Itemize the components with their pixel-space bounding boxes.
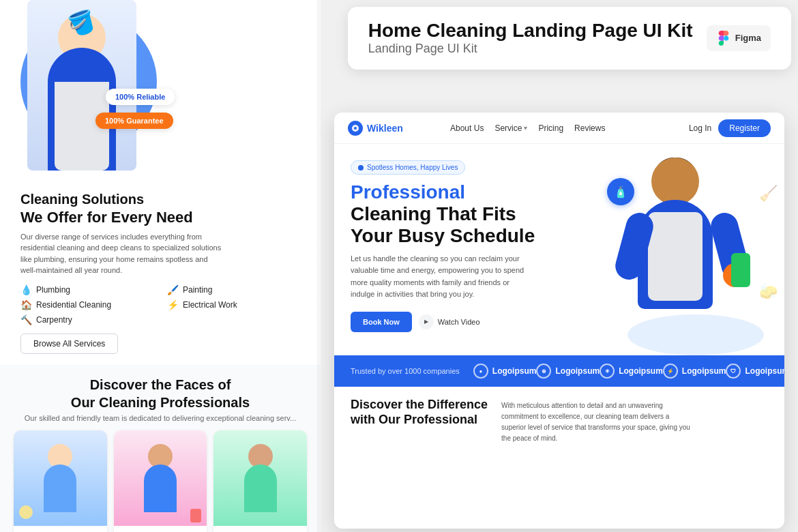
logo-item-2: ✳ Logoipsum bbox=[600, 364, 663, 379]
worker-photo-3 bbox=[213, 430, 307, 526]
logo-icon bbox=[348, 121, 363, 136]
nav-links: About Us Service ▾ Pricing Reviews bbox=[450, 123, 605, 133]
bucket-icon-2 bbox=[190, 509, 201, 522]
hero-badge: Spotless Homes, Happy Lives bbox=[351, 160, 465, 175]
services-description: Our diverse range of services includes e… bbox=[20, 231, 225, 276]
services-grid: 💧 Plumbing 🖌️ Painting 🏠 Residential Cle… bbox=[20, 284, 300, 325]
nav-actions: Log In Register bbox=[689, 119, 771, 137]
w2-body bbox=[144, 464, 177, 512]
login-button[interactable]: Log In bbox=[689, 123, 711, 133]
figma-badge[interactable]: Figma bbox=[707, 25, 771, 51]
service-carpentry: 🔨 Carpentry bbox=[20, 314, 153, 325]
logo-item-3: ⚡ Logoipsum bbox=[663, 364, 726, 379]
broom-icon: 🧹 bbox=[759, 185, 778, 203]
worker-card-emily[interactable]: Emily Ch... ★ 5.0 Routine M... bbox=[213, 430, 307, 533]
svg-point-1 bbox=[354, 127, 357, 130]
nav-pricing[interactable]: Pricing bbox=[538, 123, 563, 133]
figma-icon bbox=[716, 31, 731, 46]
team-section: Discover the Faces of Our Cleaning Profe… bbox=[0, 365, 321, 533]
watch-video-button[interactable]: ▶ Watch Video bbox=[419, 314, 480, 329]
nav-logo[interactable]: Wikleen bbox=[348, 121, 403, 136]
worker-figure-1 bbox=[40, 444, 80, 526]
hero-top-section: 🪣 100% Reliable 100% Guarantee bbox=[0, 0, 321, 184]
worker-figure-3 bbox=[240, 444, 281, 526]
worker-card-sarah[interactable]: Sarah Thompson $30/hr ★ 4.9 rating | 150… bbox=[14, 430, 107, 533]
worker-info-3: Emily Ch... ★ 5.0 Routine M... bbox=[213, 526, 307, 533]
nav-service[interactable]: Service ▾ bbox=[494, 123, 527, 133]
figma-label: Figma bbox=[735, 33, 761, 43]
workers-grid: Sarah Thompson $30/hr ★ 4.9 rating | 150… bbox=[14, 430, 307, 533]
logo-item-4: 🛡 Logoipsum bbox=[726, 364, 784, 379]
app-title: Home Cleaning Landing Page UI Kit bbox=[368, 20, 693, 42]
logo-items: ● Logoipsum ⊕ Logoipsum ✳ Logoipsum ⚡ Lo… bbox=[473, 364, 784, 379]
cleaner-apron-right bbox=[648, 212, 703, 301]
browse-services-button[interactable]: Browse All Services bbox=[20, 334, 118, 354]
w1-body bbox=[44, 464, 76, 512]
logo-circle-3: ⚡ bbox=[663, 364, 678, 379]
residential-icon: 🏠 bbox=[20, 299, 32, 310]
mockup-navbar: Wikleen About Us Service ▾ Pricing Revie… bbox=[334, 113, 784, 144]
team-description: Our skilled and friendly team is dedicat… bbox=[14, 414, 307, 422]
title-card: Home Cleaning Landing Page UI Kit Landin… bbox=[348, 7, 791, 70]
register-button[interactable]: Register bbox=[718, 119, 771, 137]
service-chevron: ▾ bbox=[524, 124, 527, 132]
service-painting: 🖌️ Painting bbox=[167, 284, 300, 295]
worker-photo-1 bbox=[14, 430, 107, 526]
browser-mockup: Wikleen About Us Service ▾ Pricing Revie… bbox=[334, 113, 784, 529]
cleaner-head-right bbox=[651, 158, 699, 205]
logo-circle-0: ● bbox=[473, 364, 488, 379]
hero-cleaner-person bbox=[614, 158, 750, 355]
nav-reviews[interactable]: Reviews bbox=[574, 123, 605, 133]
trusted-bar: Trusted by over 1000 companies ● Logoips… bbox=[334, 355, 784, 387]
services-title: Cleaning Solutions We Offer for Every Ne… bbox=[20, 191, 300, 227]
title-text: Home Cleaning Landing Page UI Kit Landin… bbox=[368, 20, 693, 56]
worker-figure-2 bbox=[140, 444, 181, 526]
service-electrical: ⚡ Electrical Work bbox=[167, 299, 300, 310]
team-title: Discover the Faces of Our Cleaning Profe… bbox=[14, 376, 307, 411]
electrical-icon: ⚡ bbox=[167, 299, 179, 310]
mop-icon: 🧽 bbox=[759, 283, 778, 301]
worker-info-1: Sarah Thompson $30/hr ★ 4.9 rating | 150… bbox=[14, 526, 107, 533]
logo-item-0: ● Logoipsum bbox=[473, 364, 537, 379]
cleaner-spray-bottle bbox=[731, 253, 750, 287]
hero-image-area: 🧴 🧹 🧽 bbox=[573, 144, 784, 355]
left-panel: 🪣 100% Reliable 100% Guarantee Cleaning … bbox=[0, 0, 321, 532]
play-icon: ▶ bbox=[419, 314, 434, 329]
hero-content: Spotless Homes, Happy Lives Professional… bbox=[334, 144, 552, 355]
services-section: Cleaning Solutions We Offer for Every Ne… bbox=[0, 184, 321, 365]
discover-title: Discover the Difference with Our Profess… bbox=[351, 398, 488, 427]
mockup-hero: Spotless Homes, Happy Lives Professional… bbox=[334, 144, 784, 355]
service-residential: 🏠 Residential Cleaning bbox=[20, 299, 153, 310]
discover-section: Discover the Difference with Our Profess… bbox=[334, 387, 784, 455]
hero-title-blue: Professional bbox=[351, 181, 465, 203]
w3-body bbox=[244, 464, 277, 512]
hero-actions: Book Now ▶ Watch Video bbox=[351, 312, 536, 332]
discover-description: With meticulous attention to detail and … bbox=[501, 398, 692, 444]
logo-item-1: ⊕ Logoipsum bbox=[536, 364, 600, 379]
worker-info-2: Jessica Martinez $28/hr ★ 4.8 rating | 1… bbox=[114, 526, 207, 533]
logo-circle-1: ⊕ bbox=[536, 364, 551, 379]
hero-description: Let us handle the cleaning so you can re… bbox=[351, 253, 528, 301]
right-panel: Home Cleaning Landing Page UI Kit Landin… bbox=[321, 0, 798, 532]
painting-icon: 🖌️ bbox=[167, 284, 179, 295]
gloves-icon-1 bbox=[19, 505, 33, 519]
logo-circle-2: ✳ bbox=[600, 364, 615, 379]
logo-text: Wikleen bbox=[367, 123, 403, 134]
plumbing-icon: 💧 bbox=[20, 284, 32, 295]
hero-title: Professional Cleaning That Fits Your Bus… bbox=[351, 181, 536, 248]
service-plumbing: 💧 Plumbing bbox=[20, 284, 153, 295]
discover-left: Discover the Difference with Our Profess… bbox=[351, 398, 488, 444]
carpentry-icon: 🔨 bbox=[20, 314, 32, 325]
worker-photo-2 bbox=[114, 430, 207, 526]
worker-card-jessica[interactable]: Jessica Martinez $28/hr ★ 4.8 rating | 1… bbox=[114, 430, 207, 533]
trusted-text: Trusted by over 1000 companies bbox=[351, 367, 460, 375]
logo-circle-4: 🛡 bbox=[726, 364, 741, 379]
badge-guarantee: 100% Guarantee bbox=[95, 113, 173, 129]
badge-reliable: 100% Reliable bbox=[106, 89, 175, 105]
panel-shadow bbox=[317, 0, 321, 532]
badge-dot bbox=[358, 165, 364, 171]
wikleen-logo-icon bbox=[351, 124, 359, 132]
nav-about[interactable]: About Us bbox=[450, 123, 484, 133]
book-now-button[interactable]: Book Now bbox=[351, 312, 412, 332]
app-subtitle: Landing Page UI Kit bbox=[368, 42, 693, 56]
